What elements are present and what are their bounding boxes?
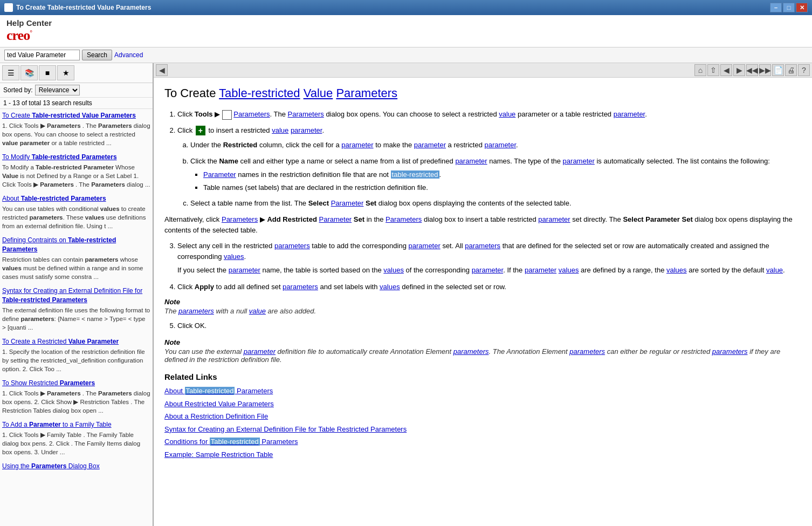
values-link-1[interactable]: values bbox=[224, 252, 244, 261]
values-link-3[interactable]: values bbox=[559, 266, 579, 274]
help-button[interactable]: ? bbox=[798, 64, 810, 76]
close-button[interactable]: ✕ bbox=[796, 3, 808, 12]
related-link-1[interactable]: About Table-restricted Parameters bbox=[164, 387, 273, 395]
result-link-5[interactable]: Syntax for Creating an External Definiti… bbox=[2, 287, 142, 304]
parameter-link-8[interactable]: Parameter bbox=[203, 170, 236, 179]
right-toolbar: ◀ ⌂ ⇧ ◀ ▶ ◀◀ ▶▶ 📄 🖨 ? bbox=[154, 63, 812, 78]
forward-button[interactable]: ▶ bbox=[733, 64, 745, 76]
value-link-2[interactable]: value bbox=[272, 126, 288, 134]
related-link-6[interactable]: Example: Sample Restriction Table bbox=[164, 450, 273, 459]
parameter-link-2[interactable]: parameter bbox=[291, 126, 322, 134]
next-topic-button[interactable]: ▶▶ bbox=[759, 64, 771, 76]
parameters-link-10[interactable]: parameters bbox=[569, 347, 605, 356]
title-link-table-restricted[interactable]: Table-restricted bbox=[219, 86, 300, 100]
parameters-link-4[interactable]: Parameters bbox=[386, 215, 422, 223]
print-button[interactable]: 🖨 bbox=[785, 64, 797, 76]
back-button[interactable]: ◀ bbox=[720, 64, 732, 76]
maximize-button[interactable]: □ bbox=[783, 3, 795, 12]
result-link-9[interactable]: Using the Parameters Dialog Box bbox=[2, 462, 100, 470]
result-link-6[interactable]: To Create a Restricted Value Parameter bbox=[2, 338, 119, 345]
value-link-3[interactable]: value bbox=[766, 266, 783, 274]
step-3: Select any cell in the restricted parame… bbox=[177, 241, 801, 276]
minimize-button[interactable]: – bbox=[770, 3, 782, 12]
related-link-2[interactable]: About Restricted Value Parameters bbox=[164, 400, 274, 408]
left-toolbar: ☰ 📚 ■ ★ bbox=[0, 63, 153, 83]
step-1: Click Tools ▶ Parameters. The Parameters… bbox=[177, 109, 801, 120]
parameter-link-6[interactable]: parameter bbox=[455, 157, 487, 165]
help-center-label: Help Center bbox=[6, 18, 52, 28]
values-link-5[interactable]: values bbox=[380, 283, 400, 291]
parameters-link-11[interactable]: parameters bbox=[712, 347, 748, 356]
related-links-list: About Table-restricted Parameters About … bbox=[164, 386, 801, 460]
window-controls[interactable]: – □ ✕ bbox=[770, 3, 808, 12]
step-5: Click OK. bbox=[177, 320, 801, 331]
parameters-link-9[interactable]: parameters bbox=[453, 347, 489, 356]
search-bar: Search Advanced bbox=[0, 47, 812, 63]
parameter-link-12[interactable]: parameter bbox=[409, 242, 441, 250]
related-links: Related Links About Table-restricted Par… bbox=[164, 372, 801, 460]
parameter-link-11[interactable]: parameter bbox=[538, 215, 570, 223]
sort-row: Sorted by: Relevance Date Title bbox=[0, 83, 153, 98]
page-title: To Create Table-restricted Value Paramet… bbox=[164, 86, 801, 100]
home-button[interactable]: ⌂ bbox=[694, 64, 706, 76]
sort-select[interactable]: Relevance Date Title bbox=[35, 85, 80, 95]
parameters-link-3[interactable]: Parameters bbox=[222, 215, 258, 223]
result-link-3[interactable]: About Table-restricted Parameters bbox=[2, 195, 106, 202]
parameter-link-9[interactable]: Parameter bbox=[331, 199, 364, 207]
list-view-button[interactable]: ☰ bbox=[2, 65, 19, 80]
parameter-link-16[interactable]: parameter bbox=[244, 347, 276, 356]
insert-icon: + bbox=[196, 126, 205, 135]
bookmark-button[interactable]: ■ bbox=[39, 65, 56, 80]
parameter-link-7[interactable]: parameter bbox=[563, 157, 595, 165]
result-link-7[interactable]: To Show Restricted Parameters bbox=[2, 379, 95, 387]
parameter-link-4[interactable]: parameter bbox=[414, 141, 446, 149]
left-panel: ☰ 📚 ■ ★ Sorted by: Relevance Date Title … bbox=[0, 63, 154, 526]
result-link-8[interactable]: To Add a Parameter to a Family Table bbox=[2, 421, 112, 428]
parameter-link-3[interactable]: parameter bbox=[341, 141, 373, 149]
sub-step-a: Under the Restricted column, click the c… bbox=[190, 140, 801, 151]
right-panel: ◀ ⌂ ⇧ ◀ ▶ ◀◀ ▶▶ 📄 🖨 ? To Create Table-re… bbox=[154, 63, 812, 526]
related-link-4[interactable]: Syntax for Creating an External Definiti… bbox=[164, 425, 407, 433]
parameters-link-6[interactable]: parameters bbox=[465, 242, 500, 250]
creo-logo: creo° bbox=[6, 28, 52, 44]
print-preview-button[interactable]: 📄 bbox=[772, 64, 784, 76]
parameter-link-10[interactable]: Parameter bbox=[319, 215, 352, 223]
values-link-4[interactable]: values bbox=[666, 266, 687, 274]
table-restricted-highlight-3: Table-restricted bbox=[210, 438, 260, 446]
parameters-link-5[interactable]: parameters bbox=[274, 242, 310, 250]
search-input[interactable] bbox=[4, 50, 80, 60]
values-link-2[interactable]: values bbox=[383, 266, 404, 274]
parameters-link-7[interactable]: parameters bbox=[283, 283, 318, 291]
title-link-value[interactable]: Value bbox=[304, 86, 333, 100]
related-link-5[interactable]: Conditions for Table-restricted Paramete… bbox=[164, 438, 298, 446]
value-link-4[interactable]: value bbox=[249, 307, 266, 315]
up-button[interactable]: ⇧ bbox=[707, 64, 719, 76]
parameters-link-1[interactable]: Parameters bbox=[233, 110, 270, 118]
prev-topic-button[interactable]: ◀◀ bbox=[746, 64, 758, 76]
star-button[interactable]: ★ bbox=[57, 65, 74, 80]
list-item: To Modify Table-restricted Parameters To… bbox=[2, 153, 150, 189]
result-link-1[interactable]: To Create Table-restricted Value Paramet… bbox=[2, 112, 136, 119]
value-link-1[interactable]: value bbox=[499, 110, 515, 118]
result-link-4[interactable]: Defining Contraints on Table-restricted … bbox=[2, 236, 116, 253]
parameters-link-2[interactable]: Parameters bbox=[288, 110, 324, 118]
result-link-2[interactable]: To Modify Table-restricted Parameters bbox=[2, 153, 117, 161]
parameter-link-13[interactable]: parameter bbox=[229, 266, 260, 274]
note-body-1: The parameters with a null value are als… bbox=[164, 307, 801, 315]
parameter-link-1[interactable]: parameter bbox=[614, 110, 645, 118]
content-area: To Create Table-restricted Value Paramet… bbox=[154, 78, 812, 526]
advanced-link[interactable]: Advanced bbox=[114, 51, 143, 59]
title-bar: To Create Table-restricted Value Paramet… bbox=[0, 0, 812, 15]
list-item: To Create a Restricted Value Parameter 1… bbox=[2, 337, 150, 373]
collapse-panel-button[interactable]: ◀ bbox=[156, 64, 168, 76]
related-link-item: About Restricted Value Parameters bbox=[164, 399, 801, 409]
book-view-button[interactable]: 📚 bbox=[20, 65, 38, 80]
search-button[interactable]: Search bbox=[82, 50, 112, 60]
parameter-link-15[interactable]: parameter bbox=[525, 266, 556, 274]
title-link-parameters[interactable]: Parameters bbox=[336, 86, 397, 100]
parameter-link-14[interactable]: parameter bbox=[472, 266, 504, 274]
related-link-item: About a Restriction Definition File bbox=[164, 411, 801, 422]
parameter-link-5[interactable]: parameter bbox=[485, 141, 517, 149]
parameters-link-8[interactable]: parameters bbox=[178, 307, 214, 315]
related-link-3[interactable]: About a Restriction Definition File bbox=[164, 412, 268, 420]
